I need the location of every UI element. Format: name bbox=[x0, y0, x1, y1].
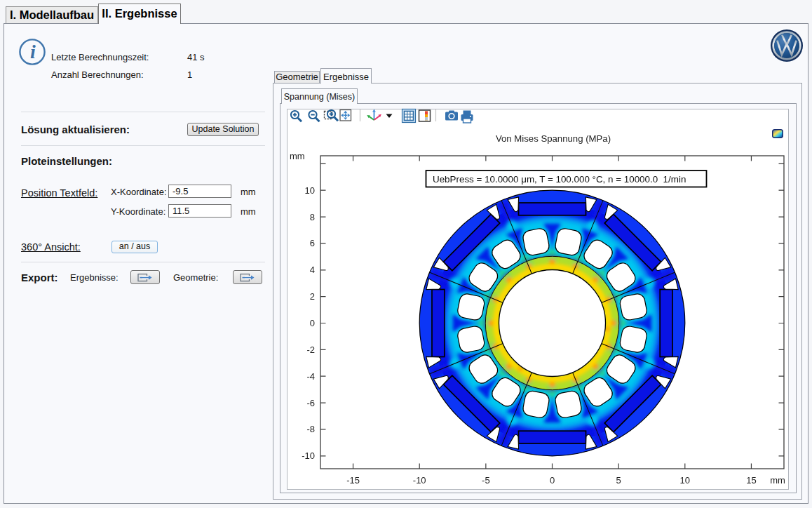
svg-text:4: 4 bbox=[310, 265, 315, 275]
svg-text:5: 5 bbox=[616, 475, 621, 486]
svg-text:0: 0 bbox=[550, 475, 555, 486]
svg-text:mm: mm bbox=[290, 151, 305, 161]
svg-text:2: 2 bbox=[310, 291, 315, 302]
svg-text:-8: -8 bbox=[306, 424, 315, 434]
svg-text:15: 15 bbox=[746, 475, 756, 486]
svg-text:-6: -6 bbox=[306, 398, 315, 408]
svg-text:-5: -5 bbox=[482, 475, 490, 486]
svg-text:-15: -15 bbox=[346, 475, 360, 486]
svg-text:UebPress = 10.0000 μm, T = 100: UebPress = 10.0000 μm, T = 100.000 °C, n… bbox=[433, 174, 686, 185]
svg-text:i: i bbox=[30, 41, 36, 62]
svg-text:mm: mm bbox=[770, 475, 785, 486]
svg-text:0: 0 bbox=[310, 318, 315, 328]
svg-text:8: 8 bbox=[310, 212, 315, 222]
svg-text:-10: -10 bbox=[413, 475, 426, 486]
svg-text:10: 10 bbox=[305, 185, 315, 196]
svg-text:-2: -2 bbox=[306, 345, 315, 355]
svg-text:-4: -4 bbox=[306, 371, 315, 382]
svg-text:Von Mises Spannung (MPa): Von Mises Spannung (MPa) bbox=[496, 133, 611, 144]
svg-text:6: 6 bbox=[310, 238, 315, 248]
svg-text:-10: -10 bbox=[302, 450, 315, 461]
svg-text:10: 10 bbox=[680, 475, 690, 486]
